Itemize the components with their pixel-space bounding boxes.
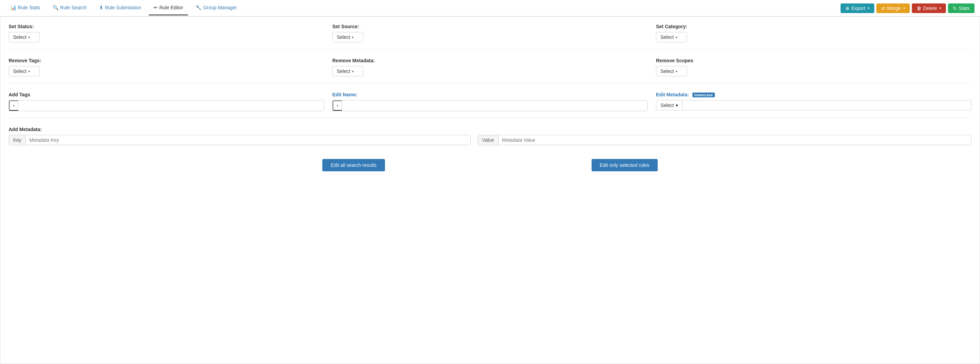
row-add-edit-fields: Add Tags › Edit Name: › Edit Metadata: l… — [9, 92, 971, 118]
set-category-group: Set Category: Select ▾ — [656, 24, 971, 42]
add-tags-group: Add Tags › — [9, 92, 324, 111]
wrench-icon: 🔧 — [196, 5, 202, 10]
edit-metadata-label: Edit Metadata: lowercase — [656, 92, 971, 97]
add-metadata-value-group: Value — [477, 127, 971, 145]
edit-metadata-input-wrapper: Select ▾ — [656, 100, 971, 111]
set-source-label: Set Source: — [332, 24, 648, 29]
export-icon: ⊕ — [845, 5, 850, 11]
remove-metadata-select[interactable]: Select ▾ — [332, 66, 363, 76]
search-icon: 🔍 — [52, 5, 59, 10]
edit-icon: ✏ — [154, 5, 158, 10]
add-tags-arrow-icon: › — [13, 103, 14, 108]
set-status-select[interactable]: Select ▾ — [9, 32, 40, 42]
add-tags-input-wrapper: › — [9, 100, 324, 111]
stats-icon: ↻ — [953, 5, 957, 11]
row-remove-fields: Remove Tags: Select ▾ Remove Metadata: S… — [9, 58, 971, 84]
remove-tags-select[interactable]: Select ▾ — [9, 66, 40, 76]
upload-icon: ⬆ — [99, 5, 103, 10]
nav-group-manager[interactable]: 🔧 Group Manager — [191, 1, 242, 16]
add-tags-input[interactable] — [18, 100, 324, 111]
edit-metadata-value-input[interactable] — [682, 100, 971, 111]
add-metadata-value-wrapper: Value — [477, 135, 971, 145]
row-set-fields: Set Status: Select ▾ Set Source: Select … — [9, 24, 971, 49]
bottom-actions: Edit all search results Edit only select… — [9, 155, 971, 171]
trash-icon: 🗑 — [916, 5, 921, 11]
merge-dropdown-arrow: ▾ — [903, 6, 905, 10]
set-status-group: Set Status: Select ▾ — [9, 24, 324, 42]
edit-metadata-select[interactable]: Select ▾ — [656, 100, 682, 111]
edit-name-group: Edit Name: › — [332, 92, 648, 111]
remove-scopes-select[interactable]: Select ▾ — [656, 66, 687, 76]
set-status-caret: ▾ — [28, 35, 30, 39]
remove-metadata-group: Remove Metadata: Select ▾ — [332, 58, 648, 76]
remove-scopes-group: Remove Scopes Select ▾ — [656, 58, 971, 76]
lowercase-badge: lowercase — [692, 93, 715, 97]
set-category-select[interactable]: Select ▾ — [656, 32, 687, 42]
metadata-value-prefix: Value — [478, 135, 499, 145]
metadata-value-input[interactable] — [499, 135, 971, 145]
export-button[interactable]: ⊕ Export ▾ — [840, 3, 874, 13]
edit-name-arrow-button[interactable]: › — [332, 100, 342, 111]
nav-rule-submission[interactable]: ⬆ Rule Submission — [94, 1, 146, 16]
set-source-group: Set Source: Select ▾ — [332, 24, 648, 42]
add-metadata-value-spacer — [477, 127, 971, 132]
edit-all-search-results-button[interactable]: Edit all search results — [322, 159, 385, 171]
edit-name-arrow-icon: › — [337, 103, 338, 108]
remove-tags-group: Remove Tags: Select ▾ — [9, 58, 324, 76]
edit-name-input[interactable] — [342, 100, 648, 111]
remove-scopes-label: Remove Scopes — [656, 58, 971, 63]
set-category-label: Set Category: — [656, 24, 971, 29]
add-metadata-group: Add Metadata: Key — [9, 127, 471, 145]
export-dropdown-arrow: ▾ — [868, 6, 869, 10]
set-source-select[interactable]: Select ▾ — [332, 32, 363, 42]
metadata-key-prefix: Key — [9, 135, 26, 145]
edit-metadata-group: Edit Metadata: lowercase Select ▾ — [656, 92, 971, 111]
nav-rule-editor[interactable]: ✏ Rule Editor — [149, 1, 188, 16]
main-content: Set Status: Select ▾ Set Source: Select … — [0, 16, 980, 364]
remove-metadata-caret: ▾ — [352, 70, 354, 73]
edit-name-label: Edit Name: — [332, 92, 648, 97]
bar-chart-icon: 📊 — [10, 5, 16, 10]
add-tags-label: Add Tags — [9, 92, 324, 97]
set-source-caret: ▾ — [352, 35, 354, 39]
add-metadata-key-wrapper: Key — [9, 135, 471, 145]
merge-icon: ⇄ — [881, 5, 885, 11]
stats-button[interactable]: ↻ Stats — [948, 3, 975, 13]
set-status-label: Set Status: — [9, 24, 324, 29]
edit-metadata-caret: ▾ — [676, 103, 678, 108]
edit-name-input-wrapper: › — [332, 100, 648, 111]
top-button-group: ⊕ Export ▾ ⇄ Merge ▾ 🗑 Delete ▾ ↻ Stats — [840, 3, 975, 13]
add-metadata-label: Add Metadata: — [9, 127, 471, 132]
metadata-key-input[interactable] — [26, 135, 470, 145]
add-tags-arrow-button[interactable]: › — [9, 100, 18, 111]
top-navigation: 📊 Rule Stats 🔍 Rule Search ⬆ Rule Submis… — [0, 0, 980, 16]
nav-rule-stats[interactable]: 📊 Rule Stats — [5, 1, 45, 16]
remove-tags-label: Remove Tags: — [9, 58, 324, 63]
merge-button[interactable]: ⇄ Merge ▾ — [877, 3, 910, 13]
remove-tags-caret: ▾ — [28, 70, 30, 73]
add-metadata-row: Add Metadata: Key Value — [9, 127, 971, 145]
delete-button[interactable]: 🗑 Delete ▾ — [912, 3, 946, 13]
delete-dropdown-arrow: ▾ — [939, 6, 941, 10]
remove-metadata-label: Remove Metadata: — [332, 58, 648, 63]
nav-rule-search[interactable]: 🔍 Rule Search — [48, 1, 92, 16]
set-category-caret: ▾ — [676, 35, 677, 39]
edit-only-selected-rules-button[interactable]: Edit only selected rules — [592, 159, 658, 171]
remove-scopes-caret: ▾ — [676, 70, 677, 73]
